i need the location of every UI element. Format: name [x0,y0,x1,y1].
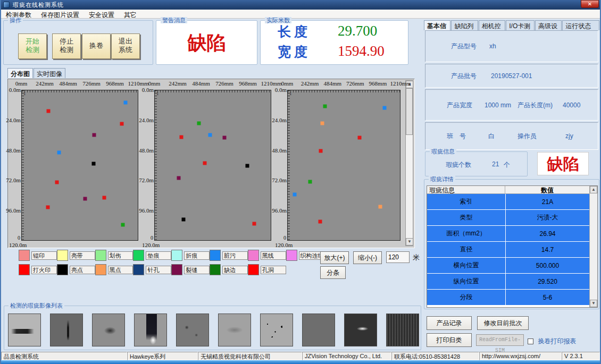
defect-point[interactable] [203,162,207,165]
defect-count-group-caption: 瑕疵信息 [430,148,456,155]
defect-point[interactable] [319,149,323,153]
close-button[interactable]: ✕ [581,0,599,8]
zoom-in-button[interactable]: 放大(+) [320,251,349,264]
tab-运行状态信息[interactable]: 运行状态信息 [562,20,599,30]
defect-detail-row-5[interactable]: 横向位置500.000 [427,258,589,273]
defect-thumbnail-10[interactable] [386,314,419,346]
product-model-label: 产品型号 [451,42,477,51]
product-record-button[interactable]: 产品记录 [427,316,472,330]
tab-分布图[interactable]: 分布图 [7,68,33,78]
defect-point[interactable] [319,220,322,224]
defect-point[interactable] [222,136,226,140]
x-axis-labels: 0mm242mm484mm726mm968mm1210mm [287,80,400,88]
defect-point[interactable] [55,180,59,184]
zoom-out-button[interactable]: 缩小(-) [353,251,382,264]
defect-thumbnail-6[interactable] [218,314,251,346]
defect-detail-row-6[interactable]: 纵向位置29.520 [427,274,589,289]
length-value: 29.700 [338,23,377,39]
defect-thumbnail-9[interactable] [344,314,377,346]
defect-point[interactable] [246,164,249,167]
tab-高级设置[interactable]: 高级设置 [535,20,562,30]
plot-area[interactable]: 1 [21,90,138,241]
legend-label: 垫痕 [146,251,171,260]
plot-scroll-down-icon[interactable]: ▼ [406,238,413,246]
meters-input[interactable] [386,251,410,263]
x-tick-label: 726mm [215,80,233,87]
defect-detail-row-label: 横向位置 [427,258,505,273]
defect-point[interactable] [46,206,49,209]
tab-相机控制[interactable]: 相机控制 [479,20,505,30]
defect-detail-row-1[interactable]: 索引21A [427,194,589,209]
x-tick-label: 242mm [36,80,54,87]
legend-label: 针孔 [146,266,171,274]
y-tick-label: 96.0m [6,207,21,214]
tab-缺陷列表[interactable]: 缺陷列表 [451,20,478,30]
tab-实时图像[interactable]: 实时图像 [34,68,65,78]
status-segment-5: 联系电话:0510-85381428 [391,352,479,360]
legend-label: 亮点 [70,266,95,274]
scroll-up-icon[interactable]: ▲ [590,186,597,193]
defect-point[interactable] [383,106,387,109]
defect-point[interactable] [91,162,95,165]
defect-detail-row-4[interactable]: 直径14.7 [427,242,589,257]
defect-point[interactable] [321,121,324,125]
op-button-1[interactable]: 开始检测 [18,33,47,59]
defect-thumbnail-2[interactable] [50,314,83,346]
defect-point[interactable] [253,222,256,226]
op-button-2[interactable]: 停止检测 [52,33,81,59]
defect-point[interactable] [197,121,201,125]
defect-point[interactable] [208,133,212,137]
y-tick-label: 48.0m [6,147,21,154]
defect-point[interactable] [379,205,382,209]
defect-point[interactable] [182,218,186,222]
defect-detail-row-7[interactable]: 分段5-6 [427,290,589,305]
defect-point[interactable] [83,197,87,200]
defect-point[interactable] [357,136,361,140]
defect-thumbnail-7[interactable] [260,314,293,346]
plot-area[interactable]: 1 [154,90,271,241]
defect-point[interactable] [323,104,327,108]
op-button-4[interactable]: 退出系统 [111,33,140,59]
defect-point[interactable] [293,192,296,196]
modify-batch-button[interactable]: 修改目前批次 [477,316,529,330]
plot-scrollbar[interactable]: ▲ ▼ [405,80,413,246]
defect-point[interactable] [177,176,180,180]
defect-detail-row-3[interactable]: 面积（mm2）26.94 [427,226,589,241]
plot-area[interactable]: 1 [287,90,400,241]
defect-point[interactable] [102,196,106,199]
defect-point[interactable] [124,100,128,104]
tab-基本信息[interactable]: 基本信息 [424,20,450,30]
tab-I/O卡测试[interactable]: I/O卡测试 [506,20,535,30]
y-axis-labels: 0.0m24.0m48.0m72.0m96.0m0 [9,90,21,241]
plot-index-label: 1 [289,91,292,96]
right-tab-bar: 基本信息缺陷列表相机控制I/O卡测试高级设置运行状态信息 [424,20,600,31]
read-from-file-button: ReadFromFile-SIM [476,334,524,346]
defect-point[interactable] [47,109,51,113]
defect-point[interactable] [92,133,96,137]
defect-detail-row-2[interactable]: 类型污渍-大 [427,210,589,225]
split-button[interactable]: 分条 [320,266,346,279]
table-scrollbar[interactable]: ▲ ▼ [589,186,597,307]
defect-thumbnail-5[interactable] [176,314,209,346]
defect-point[interactable] [57,151,61,155]
y-origin-label: 0 [18,235,20,241]
defect-point[interactable] [308,180,312,183]
x-tick-label: 726mm [346,80,364,87]
print-report-checkbox[interactable] [528,338,533,344]
x-tick-label: 968mm [369,80,387,87]
defect-thumbnail-1[interactable] [8,314,41,346]
y-tick-label: 0.0m [142,87,154,93]
defect-point[interactable] [121,223,125,227]
defect-point[interactable] [180,136,183,139]
defect-thumbnail-3[interactable] [92,314,125,346]
product-width-value: 1000 mm [485,101,511,109]
print-classify-button[interactable]: 打印归类 [427,333,472,347]
op-button-3[interactable]: 换卷 [82,33,111,59]
scroll-down-icon[interactable]: ▼ [590,300,597,307]
plot-index-label: 1 [156,91,159,96]
defect-thumbnail-4[interactable] [134,314,167,346]
defect-point[interactable] [120,122,124,125]
plot-scrollbar-thumb[interactable] [406,88,413,135]
defect-thumbnail-8[interactable] [302,314,335,346]
operation-group-caption: 操作 [8,17,23,23]
